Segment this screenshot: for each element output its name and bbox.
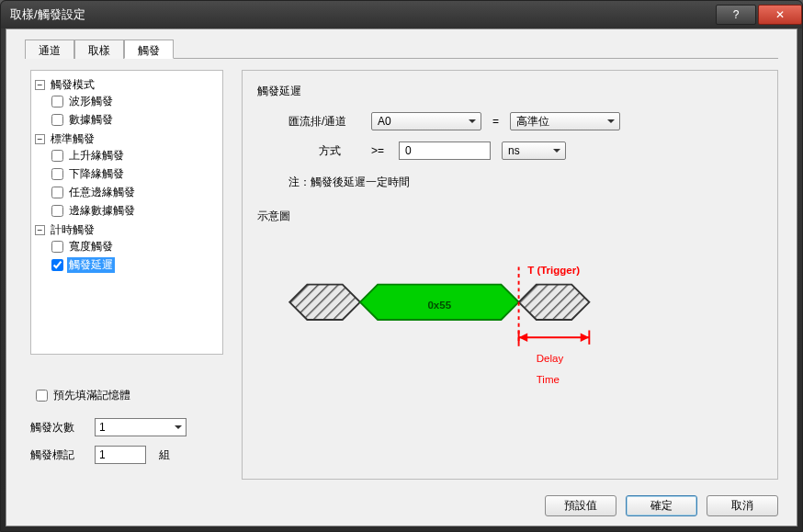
chk-edge-data-trigger[interactable]	[51, 205, 63, 217]
combo-level[interactable]: 高準位	[510, 112, 620, 130]
section-delay: 觸發延遲 匯流排/通道 A0 = 高準位 方式 >= 0 ns 注：觸發後延遲一…	[257, 84, 763, 190]
section-diagram: 示意圖 0x55	[257, 209, 763, 402]
lbl-mode: 方式	[288, 143, 371, 159]
diagram-delay-label2: Time	[537, 374, 560, 385]
chk-any-edge-trigger[interactable]	[51, 187, 63, 198]
lbl-wave-trigger[interactable]: 波形觸發	[67, 94, 115, 109]
window-title: 取樣/觸發設定	[10, 6, 716, 23]
chk-data-trigger[interactable]	[51, 114, 63, 126]
lbl-rise-trigger[interactable]: 上升緣觸發	[67, 148, 126, 164]
lbl-edge-data-trigger[interactable]: 邊緣數據觸發	[67, 203, 137, 219]
combo-delay-unit[interactable]: ns	[502, 141, 566, 160]
lbl-delay-trigger[interactable]: 觸發延遲	[67, 257, 115, 273]
lbl-bus-channel: 匯流排/通道	[288, 114, 371, 130]
svg-marker-4	[519, 285, 590, 320]
lbl-equals: =	[492, 115, 499, 128]
tab-strip: 通道 取樣 觸發	[25, 39, 778, 59]
chk-delay-trigger[interactable]	[51, 259, 63, 271]
tab-trigger[interactable]: 觸發	[124, 40, 174, 59]
diagram-delay-label1: Delay	[537, 353, 564, 364]
lbl-fall-trigger[interactable]: 下降緣觸發	[67, 166, 126, 182]
help-button[interactable]: ?	[716, 5, 756, 25]
diagram-canvas: 0x55 T (Trigger) Delay Time	[272, 237, 748, 402]
client-area: 通道 取樣 觸發 −觸發模式 波形觸發 數據觸發 −標準觸發	[6, 28, 797, 526]
tree-toggle-time[interactable]: −	[35, 225, 45, 235]
input-delay-value[interactable]: 0	[399, 141, 491, 160]
lbl-trigger-mark: 觸發標記	[30, 447, 95, 463]
tree-toggle-std[interactable]: −	[35, 134, 45, 144]
chk-width-trigger[interactable]	[51, 241, 63, 253]
tab-sample[interactable]: 取樣	[74, 40, 124, 59]
chk-fall-trigger[interactable]	[51, 168, 63, 180]
lbl-any-edge-trigger[interactable]: 任意邊緣觸發	[67, 185, 137, 200]
tree-toggle-mode[interactable]: −	[35, 80, 45, 90]
titlebar[interactable]: 取樣/觸發設定 ? ✕	[1, 1, 802, 28]
svg-marker-9	[519, 333, 528, 342]
chk-prefill-memory[interactable]	[36, 390, 48, 402]
svg-marker-10	[581, 333, 590, 342]
left-bottom-panel: 預先填滿記憶體 觸發次數 1 觸發標記 1 組	[30, 379, 223, 473]
combo-bus-channel[interactable]: A0	[371, 112, 481, 130]
lbl-trigger-mark-unit: 組	[159, 447, 170, 463]
tree-group-mode[interactable]: 觸發模式	[49, 77, 96, 93]
diagram-hex-label: 0x55	[427, 300, 451, 311]
cancel-button[interactable]: 取消	[707, 495, 778, 516]
tree-group-std[interactable]: 標準觸發	[49, 131, 96, 147]
close-button[interactable]: ✕	[758, 5, 802, 25]
ok-button[interactable]: 確定	[626, 495, 697, 516]
dialog-window: 取樣/觸發設定 ? ✕ 通道 取樣 觸發 −觸發模式 波形觸發 數據觸發	[0, 0, 803, 532]
help-icon: ?	[733, 8, 740, 21]
diagram-trigger-label: T (Trigger)	[527, 265, 580, 276]
combo-trigger-count[interactable]: 1	[95, 418, 187, 436]
lbl-prefill-memory: 預先填滿記憶體	[53, 388, 130, 403]
footer-buttons: 預設值 確定 取消	[545, 495, 778, 516]
trigger-tree-box: −觸發模式 波形觸發 數據觸發 −標準觸發 上升緣觸發 下降緣觸發 任意邊緣觸發…	[30, 70, 223, 355]
svg-marker-2	[289, 285, 360, 320]
lbl-data-trigger[interactable]: 數據觸發	[67, 112, 115, 128]
note-delay: 注：觸發後延遲一定時間	[288, 175, 763, 190]
tree-group-time[interactable]: 計時觸發	[49, 222, 96, 238]
tab-channel[interactable]: 通道	[25, 40, 74, 59]
input-trigger-mark[interactable]: 1	[95, 446, 146, 464]
chk-wave-trigger[interactable]	[51, 96, 63, 108]
lbl-trigger-count: 觸發次數	[30, 420, 95, 436]
close-icon: ✕	[775, 8, 785, 21]
right-config-box: 觸發延遲 匯流排/通道 A0 = 高準位 方式 >= 0 ns 注：觸發後延遲一…	[242, 70, 778, 480]
hdr-delay: 觸發延遲	[257, 84, 763, 99]
lbl-op: >=	[371, 144, 399, 157]
default-button[interactable]: 預設值	[545, 495, 616, 516]
chk-rise-trigger[interactable]	[51, 150, 63, 162]
hdr-diagram: 示意圖	[257, 209, 763, 224]
lbl-width-trigger[interactable]: 寬度觸發	[67, 239, 115, 255]
trigger-tree: −觸發模式 波形觸發 數據觸發 −標準觸發 上升緣觸發 下降緣觸發 任意邊緣觸發…	[35, 76, 219, 276]
